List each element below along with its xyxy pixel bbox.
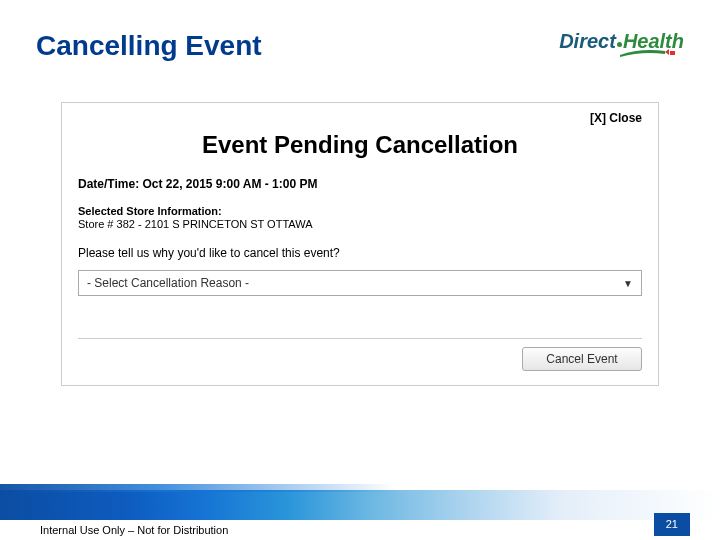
datetime-value: Oct 22, 2015 9:00 AM - 1:00 PM — [142, 177, 317, 191]
datetime-row: Date/Time: Oct 22, 2015 9:00 AM - 1:00 P… — [78, 177, 642, 191]
footer-notice: Internal Use Only – Not for Distribution — [40, 524, 228, 536]
logo-direct-text: Direct — [559, 30, 616, 53]
footer-gradient — [0, 490, 720, 520]
dialog-actions: Cancel Event — [78, 347, 642, 371]
page-number: 21 — [654, 513, 690, 536]
cancel-event-button[interactable]: Cancel Event — [522, 347, 642, 371]
cancellation-reason-select[interactable]: - Select Cancellation Reason - ▼ — [78, 270, 642, 296]
cancel-reason-question: Please tell us why you'd like to cancel … — [78, 246, 642, 260]
store-info-header: Selected Store Information: — [78, 205, 642, 217]
close-button[interactable]: [X] Close — [78, 111, 642, 131]
chevron-down-icon: ▼ — [623, 278, 633, 289]
dialog-title: Event Pending Cancellation — [78, 131, 642, 159]
logo-health-text: Health — [623, 30, 684, 53]
dialog-divider — [78, 338, 642, 339]
logo-dot-icon — [617, 42, 622, 47]
datetime-label: Date/Time: — [78, 177, 139, 191]
store-info-row: Selected Store Information: Store # 382 … — [78, 205, 642, 230]
store-info-line: Store # 382 - 2101 S PRINCETON ST OTTAWA — [78, 218, 642, 230]
cancellation-dialog: [X] Close Event Pending Cancellation Dat… — [61, 102, 659, 386]
select-placeholder-text: - Select Cancellation Reason - — [87, 276, 249, 290]
footer: Internal Use Only – Not for Distribution… — [0, 490, 720, 540]
page-title: Cancelling Event — [36, 30, 262, 62]
logo: DirectHealth — [559, 30, 684, 53]
